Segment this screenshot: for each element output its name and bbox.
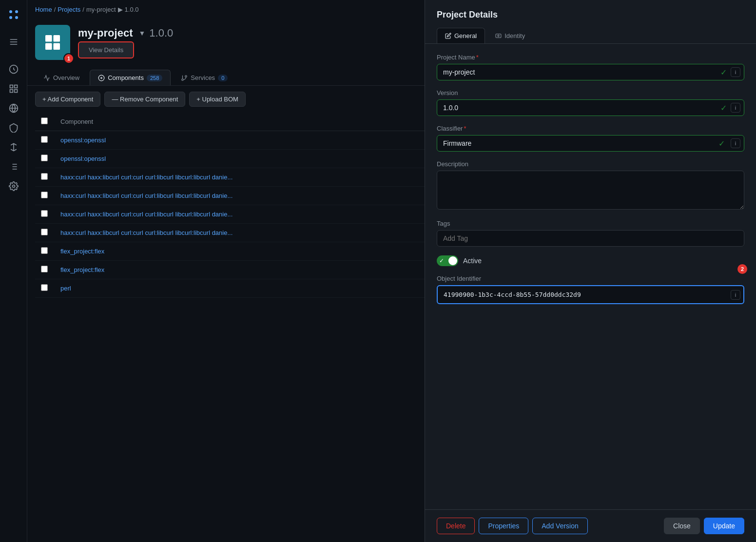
update-button[interactable]: Update [704,518,744,534]
description-label: Description [437,160,744,168]
version-check-icon: ✓ [720,103,727,113]
tab-overview[interactable]: Overview [35,70,88,85]
breadcrumb-sep1: / [54,6,56,13]
svg-rect-24 [496,34,501,38]
row-checkbox[interactable] [41,284,48,291]
tags-field: Tags [437,220,744,247]
upload-bom-button[interactable]: + Upload BOM [189,92,246,107]
project-version: 1.0.0 [149,27,173,39]
project-info: my-project ▼ 1.0.0 View Details [78,27,173,58]
svg-rect-8 [10,85,13,88]
project-dropdown-icon[interactable]: ▼ [138,29,145,37]
version-input-wrapper: ✓ i [437,99,744,116]
component-link[interactable]: perl [60,285,71,292]
tab-services[interactable]: Services 0 [173,70,236,85]
select-all-checkbox[interactable] [41,117,48,124]
version-input[interactable] [437,99,744,116]
svg-rect-10 [10,90,13,93]
object-identifier-field: 2 Object Identifier i [437,275,744,304]
properties-button[interactable]: Properties [479,518,528,534]
component-link[interactable]: openssl:openssl [60,136,106,144]
component-link[interactable]: flex_project:flex [60,248,104,255]
description-textarea[interactable] [437,171,744,210]
logo-icon[interactable] [5,6,22,23]
row-checkbox[interactable] [41,266,48,272]
breadcrumb-project: my-project [86,6,116,13]
component-link[interactable]: haxx:curl haxx:libcurl curl:curl curl:li… [60,211,233,218]
active-toggle[interactable]: ✓ [437,255,458,266]
panel-tabs: General Identity [437,28,744,43]
svg-rect-9 [14,85,17,88]
svg-point-23 [182,78,184,80]
object-identifier-input[interactable] [437,285,744,304]
component-link[interactable]: flex_project:flex [60,266,104,273]
list-icon[interactable] [5,158,22,175]
breadcrumb-version: 1.0.0 [125,6,139,13]
svg-rect-5 [10,41,17,42]
object-identifier-input-wrapper: i [437,285,744,304]
breadcrumb-projects[interactable]: Projects [58,6,80,13]
tag-input[interactable] [437,230,744,247]
row-checkbox[interactable] [41,192,48,198]
classifier-select-wrapper: Firmware Library Framework Application ✓… [437,135,744,152]
step2-badge: 2 [737,263,748,275]
panel-tab-general[interactable]: General [437,28,485,43]
svg-point-1 [15,10,18,13]
step1-badge: 1 [63,53,74,64]
classifier-field: Classifier* Firmware Library Framework A… [437,125,744,152]
row-checkbox[interactable] [41,136,48,143]
panel-tab-general-label: General [454,32,477,39]
row-checkbox[interactable] [41,155,48,161]
shield-icon[interactable] [5,119,22,136]
grid-icon[interactable] [5,80,22,97]
component-link[interactable]: haxx:curl haxx:libcurl curl:curl curl:li… [60,229,233,236]
settings-icon[interactable] [5,177,22,195]
svg-point-3 [15,16,18,19]
svg-rect-11 [14,90,17,93]
globe-icon[interactable] [5,99,22,117]
add-component-button[interactable]: + Add Component [35,92,100,107]
project-name-input-wrapper: ✓ i [437,64,744,80]
active-label: Active [463,257,482,265]
dashboard-icon[interactable] [5,60,22,78]
toggle-thumb [448,256,457,265]
panel-header: Project Details General Identity [425,0,756,44]
classifier-select[interactable]: Firmware Library Framework Application [437,135,744,152]
panel-tab-identity[interactable]: Identity [487,28,533,43]
panel-footer: Delete Properties Add Version Close Upda… [425,509,756,542]
component-link[interactable]: haxx:curl haxx:libcurl curl:curl curl:li… [60,174,233,181]
project-name-input[interactable] [437,64,744,80]
row-checkbox[interactable] [41,210,48,217]
object-identifier-label: Object Identifier [437,275,744,282]
project-details-panel: Project Details General Identity Project… [425,0,756,542]
row-checkbox[interactable] [41,173,48,180]
delete-button[interactable]: Delete [437,518,475,534]
breadcrumb-arrow: ▶ [118,6,123,13]
breadcrumb-home[interactable]: Home [35,6,52,13]
svg-point-13 [12,185,15,188]
breadcrumb-sep2: / [82,6,84,13]
object-identifier-info-icon[interactable]: i [731,290,740,300]
add-version-button[interactable]: Add Version [532,518,588,534]
panel-title: Project Details [437,10,744,20]
view-details-button[interactable]: View Details [78,41,134,58]
sidebar [0,0,27,542]
component-link[interactable]: haxx:curl haxx:libcurl curl:curl curl:li… [60,192,233,199]
project-name-label: Project Name* [437,54,744,61]
menu-icon[interactable] [5,33,22,51]
tab-components-label: Components [108,74,144,81]
svg-point-22 [185,75,187,77]
row-checkbox[interactable] [41,247,48,254]
close-button[interactable]: Close [664,518,700,534]
tab-components[interactable]: Components 258 [90,70,171,85]
version-info-icon[interactable]: i [731,103,740,113]
project-name-info-icon[interactable]: i [731,67,740,77]
svg-rect-14 [45,35,52,42]
version-field: Version ✓ i [437,89,744,116]
scale-icon[interactable] [5,138,22,156]
project-name: my-project [78,27,133,39]
row-checkbox[interactable] [41,229,48,235]
classifier-info-icon[interactable]: i [731,138,740,148]
component-link[interactable]: openssl:openssl [60,155,106,162]
remove-component-button[interactable]: — Remove Component [104,92,185,107]
